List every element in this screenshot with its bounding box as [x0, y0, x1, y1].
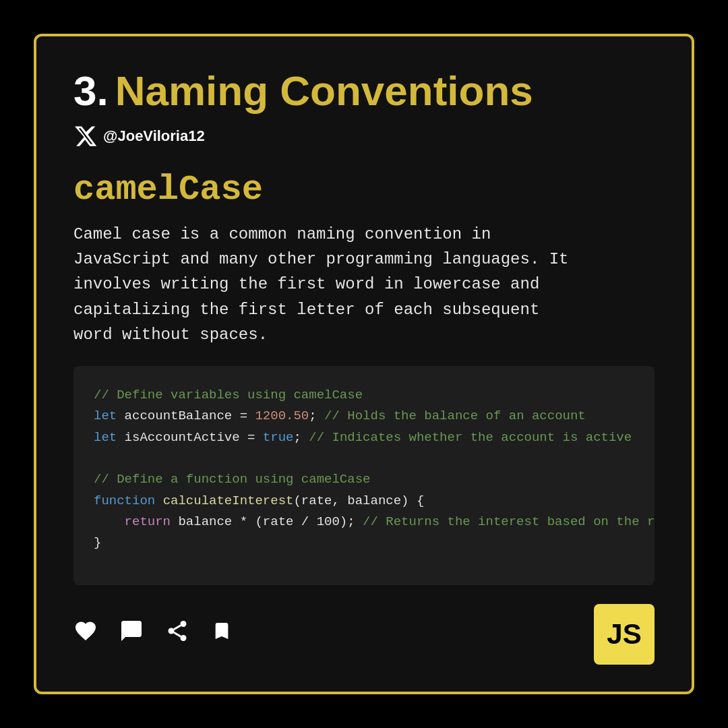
code-line-4	[94, 448, 634, 469]
code-line-7: return balance * (rate / 100); // Return…	[94, 512, 634, 533]
share-icon	[165, 619, 189, 643]
code-line-6: function calculateInterest(rate, balance…	[94, 491, 634, 512]
svg-line-3	[174, 632, 181, 636]
svg-point-2	[181, 635, 187, 641]
code-line-5: // Define a function using camelCase	[94, 469, 634, 490]
code-line-8: }	[94, 533, 634, 553]
footer-icons-group	[73, 619, 233, 650]
code-line-3: let isAccountActive = true; // Indicates…	[94, 427, 634, 448]
section-title: camelCase	[73, 170, 655, 210]
svg-point-0	[181, 621, 187, 627]
x-twitter-icon	[73, 124, 98, 148]
js-badge: JS	[594, 604, 655, 665]
heart-icon	[73, 619, 98, 643]
svg-point-1	[169, 628, 175, 634]
svg-line-4	[174, 625, 181, 629]
twitter-section: @JoeViloria12	[73, 124, 655, 148]
description-text: Camel case is a common naming convention…	[73, 222, 655, 347]
bookmark-icon	[211, 619, 233, 643]
bookmark-button[interactable]	[211, 619, 233, 650]
footer-section: JS	[73, 604, 655, 665]
header-number: 3.	[73, 70, 109, 112]
heart-button[interactable]	[73, 619, 98, 650]
code-block: // Define variables using camelCase let …	[73, 366, 655, 585]
header-title: Naming Conventions	[115, 70, 533, 112]
main-card: 3. Naming Conventions @JoeViloria12 came…	[34, 34, 694, 694]
twitter-handle-text: @JoeViloria12	[103, 127, 205, 145]
comment-button[interactable]	[119, 619, 144, 650]
comment-icon	[119, 619, 144, 643]
share-button[interactable]	[165, 619, 189, 650]
code-line-1: // Define variables using camelCase	[94, 385, 634, 406]
code-line-2: let accountBalance = 1200.50; // Holds t…	[94, 406, 634, 427]
header-section: 3. Naming Conventions	[73, 70, 655, 112]
